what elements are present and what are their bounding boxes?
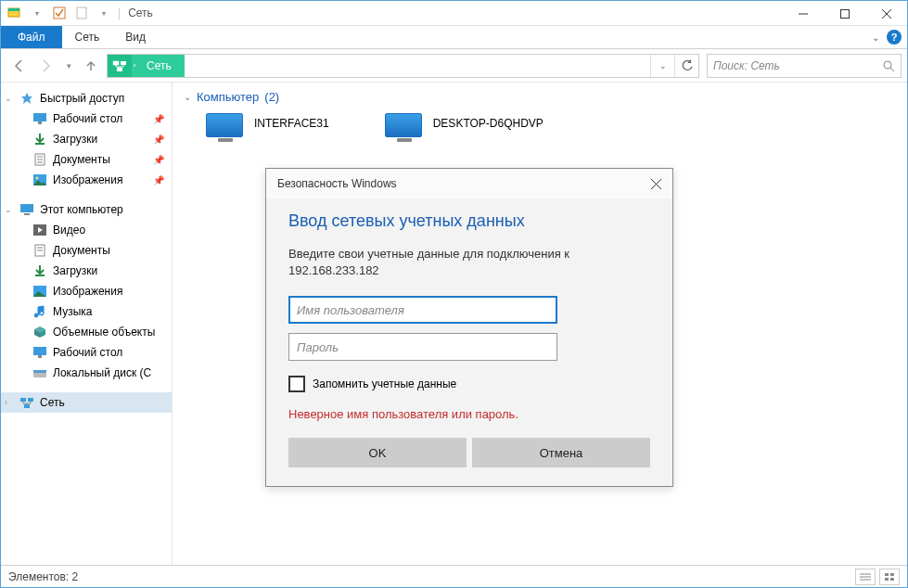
dialog-instruction: Введите свои учетные данные для подключе… xyxy=(288,246,650,279)
dialog-close-button[interactable] xyxy=(646,174,665,193)
qat-blank-icon[interactable] xyxy=(71,3,92,23)
svg-rect-1 xyxy=(8,8,19,11)
pin-icon: 📌 xyxy=(153,155,164,165)
navigation-pane: ⌄ Быстрый доступ Рабочий стол 📌 Загрузки… xyxy=(1,83,173,565)
maximize-button[interactable] xyxy=(824,1,865,26)
dialog-heading: Ввод сетевых учетных данных xyxy=(288,211,650,231)
svg-line-16 xyxy=(890,68,894,71)
download-icon xyxy=(32,132,47,147)
computer-icon xyxy=(206,113,247,145)
sidebar-item-downloads-qa[interactable]: Загрузки 📌 xyxy=(1,129,172,149)
remember-checkbox[interactable] xyxy=(288,376,305,392)
dialog-titlebar: Безопасность Windows xyxy=(266,169,672,198)
svg-rect-17 xyxy=(33,113,46,121)
tab-file[interactable]: Файл xyxy=(1,26,62,48)
chevron-down-icon[interactable]: ⌄ xyxy=(184,92,191,102)
sidebar-item-music[interactable]: Музыка xyxy=(1,301,172,322)
star-icon xyxy=(19,91,34,106)
sidebar-item-desktop[interactable]: Рабочий стол xyxy=(1,342,172,363)
category-header[interactable]: ⌄ Компьютер (2) xyxy=(184,90,896,104)
picture-icon xyxy=(32,173,47,187)
forward-button[interactable] xyxy=(34,54,58,78)
pin-icon: 📌 xyxy=(153,114,164,124)
svg-point-25 xyxy=(36,177,39,180)
document-icon xyxy=(32,243,47,258)
sidebar-item-pictures[interactable]: Изображения xyxy=(1,281,172,301)
sidebar-item-network[interactable]: › Сеть xyxy=(1,392,172,413)
help-icon[interactable]: ? xyxy=(887,30,902,45)
svg-rect-38 xyxy=(20,398,26,402)
chevron-down-icon[interactable]: ⌄ xyxy=(5,94,14,103)
sidebar-item-documents-qa[interactable]: Документы 📌 xyxy=(1,149,172,170)
address-dropdown[interactable]: ⌄ xyxy=(650,55,674,77)
back-button[interactable] xyxy=(6,54,31,78)
dialog-error-text: Неверное имя пользователя или пароль. xyxy=(288,407,650,421)
username-field[interactable] xyxy=(288,296,557,324)
computer-item[interactable]: DESKTOP-D6QHDVP xyxy=(385,113,544,145)
sidebar-item-downloads[interactable]: Загрузки xyxy=(1,261,172,281)
sidebar-item-documents[interactable]: Документы xyxy=(1,240,172,261)
refresh-button[interactable] xyxy=(674,55,698,77)
chevron-right-icon[interactable]: › xyxy=(5,398,14,407)
remember-label: Запомнить учетные данные xyxy=(313,377,456,390)
app-icon xyxy=(5,3,25,23)
qat-checkbox-icon[interactable] xyxy=(49,3,70,23)
svg-rect-37 xyxy=(33,370,46,373)
sidebar-item-desktop-qa[interactable]: Рабочий стол 📌 xyxy=(1,109,172,129)
computer-item[interactable]: INTERFACE31 xyxy=(206,113,329,145)
ribbon-tabs: Файл Сеть Вид ⌄ ? xyxy=(1,26,907,49)
sidebar-item-video[interactable]: Видео xyxy=(1,220,172,240)
sidebar-item-pictures-qa[interactable]: Изображения 📌 xyxy=(1,170,172,190)
password-field[interactable] xyxy=(288,333,557,361)
sidebar-item-3d[interactable]: Объемные объекты xyxy=(1,322,172,342)
view-details-button[interactable] xyxy=(855,569,876,585)
address-bar[interactable]: › Сеть ⌄ xyxy=(107,54,699,78)
svg-rect-10 xyxy=(117,68,122,71)
close-button[interactable] xyxy=(865,1,907,26)
desktop-icon xyxy=(32,345,47,360)
svg-rect-50 xyxy=(885,578,889,581)
qat-dropdown[interactable]: ▾ xyxy=(27,3,47,23)
svg-rect-48 xyxy=(885,573,889,576)
download-icon xyxy=(32,263,47,278)
up-button[interactable] xyxy=(79,54,103,78)
desktop-icon xyxy=(32,111,47,126)
cube-icon xyxy=(32,325,47,339)
ribbon-collapse-icon[interactable]: ⌄ xyxy=(872,32,879,43)
pin-icon: 📌 xyxy=(153,175,164,185)
cancel-button[interactable]: Отмена xyxy=(472,438,650,467)
svg-rect-2 xyxy=(54,7,65,19)
quick-access-root[interactable]: ⌄ Быстрый доступ xyxy=(1,88,172,109)
svg-rect-9 xyxy=(121,61,126,65)
tab-view[interactable]: Вид xyxy=(112,26,159,48)
disk-icon xyxy=(32,365,47,380)
chevron-down-icon[interactable]: ⌄ xyxy=(5,205,14,214)
tab-network[interactable]: Сеть xyxy=(62,26,113,48)
address-icon xyxy=(108,55,132,77)
status-bar: Элементов: 2 xyxy=(1,565,907,587)
sidebar-item-disk-c[interactable]: Локальный диск (C xyxy=(1,363,172,383)
svg-rect-26 xyxy=(20,204,33,212)
search-box[interactable]: Поиск: Сеть xyxy=(707,54,902,78)
pin-icon: 📌 xyxy=(153,134,164,145)
address-segment[interactable]: Сеть xyxy=(137,55,185,77)
view-icons-button[interactable] xyxy=(879,569,900,585)
svg-rect-49 xyxy=(890,573,894,576)
svg-rect-18 xyxy=(38,121,42,124)
minimize-button[interactable] xyxy=(782,1,824,26)
search-icon xyxy=(882,59,895,72)
video-icon xyxy=(32,223,47,237)
svg-rect-5 xyxy=(840,9,849,18)
svg-rect-3 xyxy=(77,7,86,19)
quick-access-toolbar: ▾ ▾ | xyxy=(5,3,122,23)
svg-point-15 xyxy=(884,61,891,69)
svg-rect-35 xyxy=(38,355,42,358)
qat-overflow[interactable]: ▾ xyxy=(94,3,114,23)
document-icon xyxy=(32,152,47,167)
recent-dropdown[interactable]: ▾ xyxy=(62,54,75,78)
ok-button[interactable]: OK xyxy=(288,438,467,467)
this-pc-root[interactable]: ⌄ Этот компьютер xyxy=(1,199,172,220)
credential-dialog: Безопасность Windows Ввод сетевых учетны… xyxy=(265,168,673,487)
tree-this-pc: ⌄ Этот компьютер Видео Документы Загрузк… xyxy=(1,199,172,383)
picture-icon xyxy=(32,284,47,299)
